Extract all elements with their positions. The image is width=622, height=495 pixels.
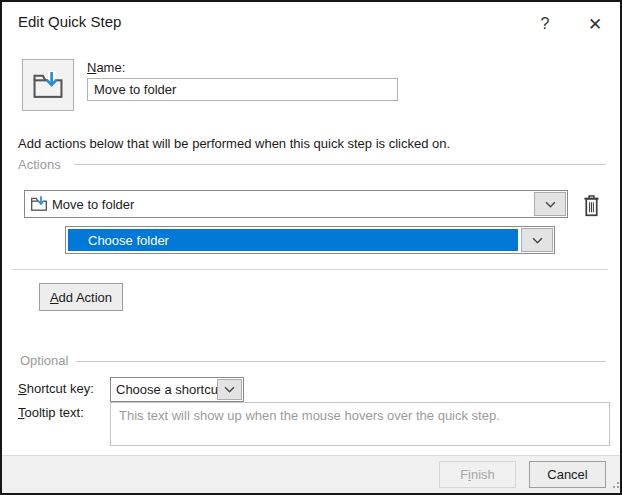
- close-icon: ✕: [588, 14, 602, 35]
- dialog-title: Edit Quick Step: [18, 13, 121, 30]
- chevron-down-icon: [545, 201, 556, 208]
- action-dropdown-content: Move to folder: [25, 196, 134, 212]
- finish-label-post: nish: [471, 467, 495, 482]
- shortcut-key-label: Shortcut key:: [18, 381, 94, 396]
- resize-grip[interactable]: [613, 486, 615, 488]
- help-icon: ?: [541, 15, 550, 33]
- action-dropdown-move-to-folder[interactable]: Move to folder: [24, 190, 568, 218]
- finish-label-pre: F: [460, 467, 468, 482]
- add-action-button[interactable]: Add Action: [39, 283, 123, 311]
- actions-separator-line: [12, 269, 608, 270]
- finish-button[interactable]: Finish: [439, 461, 516, 488]
- trash-icon: [582, 194, 601, 217]
- shortcut-key-expand-button[interactable]: [217, 379, 242, 400]
- shortcut-key-dropdown[interactable]: Choose a shortcut: [110, 377, 244, 402]
- add-action-label-post: dd Action: [59, 290, 113, 305]
- optional-group-label: Optional: [20, 353, 68, 368]
- chevron-down-icon: [532, 237, 543, 244]
- help-button[interactable]: ?: [530, 10, 560, 38]
- move-to-folder-icon: [31, 71, 65, 100]
- dialog-footer: Finish Cancel: [2, 455, 620, 493]
- quick-step-icon-button[interactable]: [22, 59, 74, 111]
- shortcut-label-post: hortcut key:: [27, 381, 94, 396]
- name-label-accesskey: N: [87, 60, 96, 75]
- cancel-label: Cancel: [547, 467, 587, 482]
- folder-choice-value: Choose folder: [88, 233, 169, 248]
- chevron-down-icon: [224, 386, 235, 393]
- actions-group-line: [74, 164, 606, 165]
- instruction-text: Add actions below that will be performed…: [18, 136, 450, 151]
- name-input[interactable]: [87, 78, 398, 101]
- edit-quick-step-dialog: Edit Quick Step ? ✕ Name: Add actions be…: [0, 0, 622, 495]
- delete-action-button[interactable]: [578, 192, 604, 218]
- cancel-button[interactable]: Cancel: [529, 461, 606, 488]
- folder-choice-dropdown[interactable]: Choose folder: [65, 226, 555, 254]
- name-label-post: ame:: [96, 60, 125, 75]
- tooltip-text-label: Tooltip text:: [18, 405, 84, 420]
- folder-choice-selected: Choose folder: [68, 229, 518, 251]
- tooltip-text-input[interactable]: [110, 402, 610, 446]
- move-to-folder-icon: [30, 196, 48, 212]
- action-dropdown-expand-button[interactable]: [534, 192, 566, 216]
- tooltip-label-post: ooltip text:: [25, 405, 84, 420]
- close-button[interactable]: ✕: [580, 10, 610, 38]
- shortcut-key-value: Choose a shortcut: [111, 382, 222, 397]
- add-action-label-accesskey: A: [50, 290, 59, 305]
- action-dropdown-value: Move to folder: [52, 197, 134, 212]
- name-label: Name:: [87, 60, 125, 75]
- shortcut-label-accesskey: S: [18, 381, 27, 396]
- actions-group-label: Actions: [18, 157, 61, 172]
- folder-choice-expand-button[interactable]: [521, 228, 553, 252]
- optional-group-line: [76, 361, 606, 362]
